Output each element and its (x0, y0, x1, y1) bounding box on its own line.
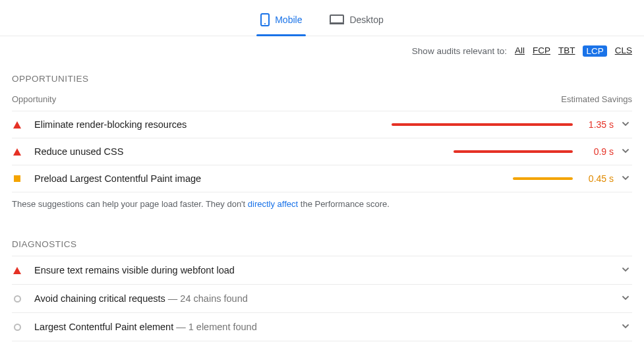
opportunity-label: Reduce unused CSS (34, 146, 392, 157)
opportunity-row[interactable]: Eliminate render-blocking resources1.35 … (12, 111, 632, 138)
tab-desktop[interactable]: Desktop (326, 9, 387, 34)
savings-bar-track (392, 123, 573, 126)
chevron-down-icon (622, 322, 632, 332)
savings-bar (454, 150, 573, 153)
diagnostic-label: Largest Contentful Paint element — 1 ele… (34, 322, 622, 332)
filter-lcp[interactable]: LCP (583, 45, 606, 57)
tab-desktop-label: Desktop (349, 14, 383, 25)
opportunities-footnote: These suggestions can help your page loa… (12, 192, 632, 225)
filter-prefix: Show audits relevant to: (412, 46, 507, 56)
savings-value: 1.35 s (582, 119, 614, 130)
opportunity-row[interactable]: Preload Largest Contentful Paint image0.… (12, 165, 632, 192)
mobile-icon (260, 13, 270, 26)
chevron-down-icon (622, 173, 632, 184)
diagnostic-label: Avoid chaining critical requests — 24 ch… (34, 293, 622, 304)
directly-affect-link[interactable]: directly affect (248, 199, 298, 209)
tab-mobile-label: Mobile (275, 14, 302, 25)
opp-header-left: Opportunity (12, 94, 56, 104)
opportunity-label: Preload Largest Contentful Paint image (34, 173, 392, 184)
opportunities-title: OPPORTUNITIES (12, 59, 632, 90)
square-orange-icon (12, 175, 22, 182)
chevron-down-icon (622, 293, 632, 304)
opportunity-row[interactable]: Reduce unused CSS0.9 s (12, 138, 632, 165)
savings-bar-track (392, 150, 573, 153)
filter-all[interactable]: All (515, 45, 525, 57)
opp-header-right: Estimated Savings (561, 94, 632, 104)
tab-mobile[interactable]: Mobile (256, 8, 306, 36)
opportunity-label: Eliminate render-blocking resources (34, 119, 392, 130)
diagnostic-sublabel: — 1 element found (173, 322, 257, 332)
triangle-red-icon (12, 148, 22, 156)
savings-bar (513, 177, 573, 180)
chevron-down-icon (622, 265, 632, 275)
savings-value: 0.45 s (582, 173, 614, 184)
diagnostic-row[interactable]: Avoid chaining critical requests — 24 ch… (12, 284, 632, 312)
opportunities-header: Opportunity Estimated Savings (12, 90, 632, 111)
savings-value: 0.9 s (582, 146, 614, 157)
filter-cls[interactable]: CLS (615, 45, 632, 57)
desktop-icon (330, 14, 344, 25)
savings-bar-track (392, 177, 573, 180)
filter-fcp[interactable]: FCP (533, 45, 550, 57)
svg-rect-3 (330, 23, 344, 24)
diagnostic-row[interactable]: Ensure text remains visible during webfo… (12, 256, 632, 284)
triangle-red-icon (12, 121, 22, 129)
svg-rect-2 (330, 15, 343, 23)
audit-filter-row: Show audits relevant to: AllFCPTBTLCPCLS (0, 36, 644, 59)
circle-gray-icon (12, 324, 22, 331)
diagnostic-row[interactable]: Largest Contentful Paint element — 1 ele… (12, 312, 632, 341)
chevron-down-icon (622, 119, 632, 130)
diagnostic-sublabel: — 24 chains found (165, 293, 248, 304)
triangle-red-icon (12, 267, 22, 274)
svg-point-1 (264, 23, 266, 24)
device-tabs: Mobile Desktop (0, 0, 644, 36)
diagnostic-label: Ensure text remains visible during webfo… (34, 265, 622, 275)
savings-bar (392, 123, 573, 126)
circle-gray-icon (12, 295, 22, 303)
chevron-down-icon (622, 146, 632, 157)
diagnostics-title: DIAGNOSTICS (12, 225, 632, 256)
filter-tbt[interactable]: TBT (558, 45, 575, 57)
